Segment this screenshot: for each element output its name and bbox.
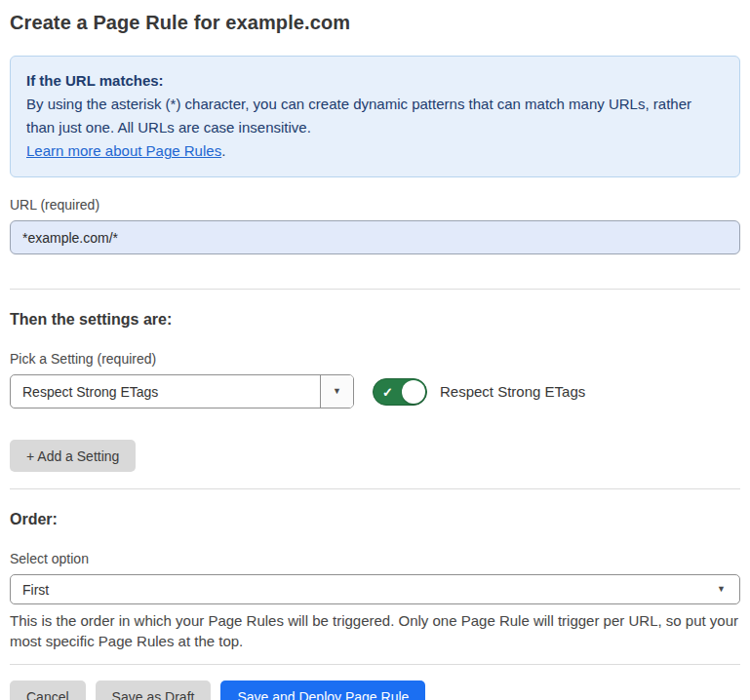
order-select[interactable]: First ▼ xyxy=(10,574,740,604)
add-setting-button[interactable]: + Add a Setting xyxy=(10,440,136,472)
order-select-value: First xyxy=(11,575,717,603)
setting-select-value: Respect Strong ETags xyxy=(11,375,320,408)
settings-section-heading: Then the settings are: xyxy=(10,311,740,329)
pick-setting-label: Pick a Setting (required) xyxy=(10,351,740,367)
divider xyxy=(10,664,740,665)
setting-row: Respect Strong ETags ▼ ✓ Respect Strong … xyxy=(10,374,740,408)
setting-select-arrow-button[interactable]: ▼ xyxy=(320,375,353,408)
page-rule-form: Create a Page Rule for example.com If th… xyxy=(0,0,750,700)
setting-toggle-group: ✓ Respect Strong ETags xyxy=(373,378,585,406)
link-period: . xyxy=(221,142,225,159)
page-title: Create a Page Rule for example.com xyxy=(10,12,740,34)
url-input[interactable] xyxy=(10,220,740,254)
setting-toggle[interactable]: ✓ xyxy=(373,378,427,406)
setting-toggle-label: Respect Strong ETags xyxy=(440,383,585,400)
order-select-label: Select option xyxy=(10,551,740,566)
check-icon: ✓ xyxy=(382,384,393,399)
order-section-heading: Order: xyxy=(10,511,740,528)
toggle-knob xyxy=(402,380,425,404)
chevron-down-icon: ▼ xyxy=(717,585,726,594)
info-box-heading: If the URL matches: xyxy=(26,69,724,93)
save-draft-button[interactable]: Save as Draft xyxy=(96,681,212,700)
order-select-caret-area: ▼ xyxy=(717,575,739,603)
setting-select[interactable]: Respect Strong ETags ▼ xyxy=(10,374,354,408)
save-deploy-button[interactable]: Save and Deploy Page Rule xyxy=(220,681,425,700)
cancel-button[interactable]: Cancel xyxy=(10,681,86,700)
order-help-text: This is the order in which your Page Rul… xyxy=(10,610,740,651)
url-match-info-box: If the URL matches: By using the asteris… xyxy=(10,56,740,177)
footer-buttons: Cancel Save as Draft Save and Deploy Pag… xyxy=(10,681,740,700)
info-box-body: By using the asterisk (*) character, you… xyxy=(26,93,724,139)
url-field-label: URL (required) xyxy=(10,197,740,213)
learn-more-link[interactable]: Learn more about Page Rules xyxy=(26,142,221,159)
divider xyxy=(10,289,740,290)
divider xyxy=(10,488,740,489)
info-box-link-line: Learn more about Page Rules. xyxy=(26,139,724,163)
chevron-down-icon: ▼ xyxy=(333,387,341,396)
